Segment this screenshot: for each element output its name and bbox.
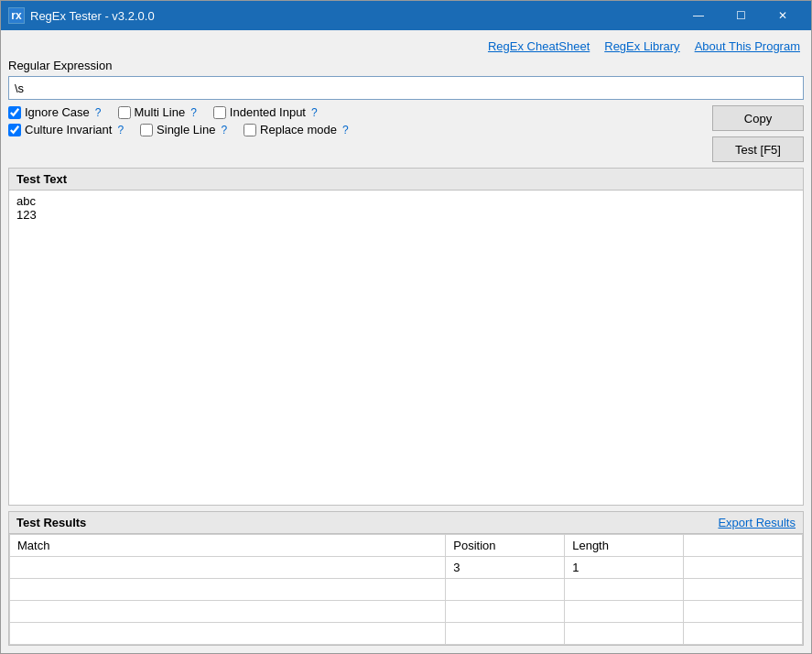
replace-mode-help[interactable]: ? <box>341 124 351 136</box>
copy-button[interactable]: Copy <box>712 105 804 131</box>
culture-invariant-label[interactable]: Culture Invariant <box>25 123 112 136</box>
multi-line-label[interactable]: Multi Line <box>135 105 186 119</box>
main-window: rx RegEx Tester - v3.2.0.0 — ☐ ✕ RegEx C… <box>0 0 812 654</box>
library-link[interactable]: RegEx Library <box>604 39 679 53</box>
results-header: Test Results Export Results <box>9 512 803 534</box>
indented-input-label[interactable]: Indented Input <box>230 105 306 119</box>
window-title: RegEx Tester - v3.2.0.0 <box>30 9 677 23</box>
options-rows: Ignore Case ? Multi Line ? Indented Inpu… <box>8 105 698 136</box>
option-indented-input: Indented Input ? <box>213 105 319 119</box>
main-content: RegEx CheatSheet RegEx Library About Thi… <box>1 30 811 653</box>
test-text-header: Test Text <box>9 169 803 191</box>
indented-input-help[interactable]: ? <box>309 106 319 119</box>
titlebar: rx RegEx Tester - v3.2.0.0 — ☐ ✕ <box>1 1 811 30</box>
options-area: Ignore Case ? Multi Line ? Indented Inpu… <box>8 105 804 162</box>
table-row <box>10 579 803 601</box>
ignore-case-label[interactable]: Ignore Case <box>25 105 90 119</box>
result-extra-3 <box>684 601 803 623</box>
result-extra-1 <box>684 557 803 579</box>
regex-input-row <box>8 76 804 100</box>
col-header-extra <box>684 535 803 557</box>
cheatsheet-link[interactable]: RegEx CheatSheet <box>488 39 590 53</box>
result-match-4 <box>10 623 446 645</box>
result-length-1: 1 <box>565 557 684 579</box>
option-culture-invariant: Culture Invariant ? <box>8 123 125 136</box>
result-match-2 <box>10 579 446 601</box>
test-text-panel: Test Text abc 123 <box>8 168 804 506</box>
options-row-1: Ignore Case ? Multi Line ? Indented Inpu… <box>8 105 698 119</box>
multi-line-help[interactable]: ? <box>189 106 199 119</box>
result-length-4 <box>565 623 684 645</box>
ignore-case-help[interactable]: ? <box>93 106 103 119</box>
single-line-help[interactable]: ? <box>219 124 229 136</box>
table-row: 3 1 <box>10 557 803 579</box>
result-extra-2 <box>684 579 803 601</box>
culture-invariant-help[interactable]: ? <box>115 124 125 136</box>
maximize-button[interactable]: ☐ <box>720 1 762 30</box>
result-match-3 <box>10 601 446 623</box>
indented-input-checkbox[interactable] <box>213 106 226 119</box>
single-line-label[interactable]: Single Line <box>157 123 215 136</box>
result-length-2 <box>565 579 684 601</box>
top-section: RegEx CheatSheet RegEx Library About Thi… <box>8 38 804 162</box>
app-icon: rx <box>8 7 25 24</box>
result-extra-4 <box>684 623 803 645</box>
col-header-length: Length <box>565 535 684 557</box>
test-text-input[interactable]: abc 123 <box>9 191 803 505</box>
result-match-1 <box>10 557 446 579</box>
results-title: Test Results <box>16 516 86 529</box>
regex-input[interactable] <box>8 76 804 100</box>
result-position-2 <box>446 579 565 601</box>
about-link[interactable]: About This Program <box>695 39 800 53</box>
table-row <box>10 623 803 645</box>
table-header-row: Match Position Length <box>10 535 803 557</box>
result-position-3 <box>446 601 565 623</box>
menubar: RegEx CheatSheet RegEx Library About Thi… <box>8 38 804 59</box>
minimize-button[interactable]: — <box>677 1 720 30</box>
test-button[interactable]: Test [F5] <box>712 136 804 162</box>
regex-label: Regular Expression <box>8 59 804 72</box>
result-length-3 <box>565 601 684 623</box>
action-buttons: Copy Test [F5] <box>712 105 804 162</box>
close-button[interactable]: ✕ <box>762 1 804 30</box>
replace-mode-checkbox[interactable] <box>244 124 256 136</box>
results-panel: Test Results Export Results Match Positi… <box>8 511 804 646</box>
option-ignore-case: Ignore Case ? <box>8 105 103 119</box>
ignore-case-checkbox[interactable] <box>8 106 21 119</box>
single-line-checkbox[interactable] <box>140 124 153 136</box>
options-row-2: Culture Invariant ? Single Line ? Replac… <box>8 123 698 136</box>
result-position-1: 3 <box>446 557 565 579</box>
multi-line-checkbox[interactable] <box>118 106 131 119</box>
results-table: Match Position Length 3 1 <box>9 534 803 645</box>
replace-mode-label[interactable]: Replace mode <box>260 123 337 136</box>
result-position-4 <box>446 623 565 645</box>
col-header-position: Position <box>446 535 565 557</box>
option-replace-mode: Replace mode ? <box>244 123 351 136</box>
export-results-link[interactable]: Export Results <box>718 516 796 529</box>
app-icon-text: rx <box>11 9 21 22</box>
table-row <box>10 601 803 623</box>
option-multi-line: Multi Line ? <box>118 105 199 119</box>
window-controls: — ☐ ✕ <box>677 1 804 30</box>
option-single-line: Single Line ? <box>140 123 229 136</box>
culture-invariant-checkbox[interactable] <box>8 124 21 136</box>
col-header-match: Match <box>10 535 446 557</box>
